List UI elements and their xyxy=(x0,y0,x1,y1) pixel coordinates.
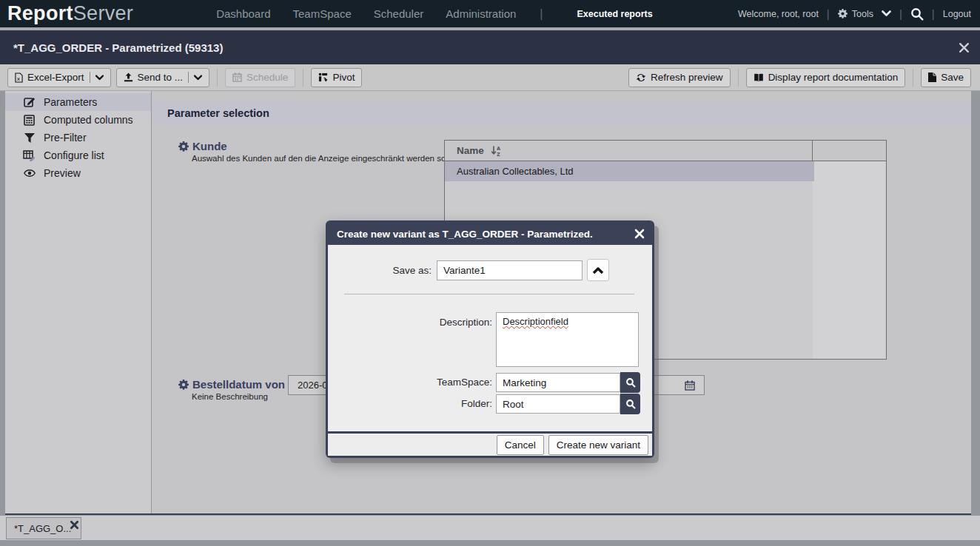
sidebar-item-label: Pre-Filter xyxy=(44,132,87,144)
toolbar-separator xyxy=(217,69,218,87)
parameter-kunde-head: Kunde xyxy=(178,140,449,152)
create-new-variant-button[interactable]: Create new variant xyxy=(548,435,648,455)
logo-light: Server xyxy=(73,2,133,24)
description-textarea[interactable]: Descriptionfield xyxy=(496,312,639,367)
nav-item-dashboard[interactable]: Dashboard xyxy=(216,7,270,20)
refresh-icon xyxy=(636,73,646,83)
folder-combo xyxy=(496,394,640,414)
teamspace-search-button[interactable] xyxy=(620,372,640,393)
save-as-input[interactable] xyxy=(437,260,583,280)
pivot-label: Pivot xyxy=(332,72,355,83)
folder-input[interactable] xyxy=(496,394,620,414)
app-header: ReportServer Dashboard TeamSpace Schedul… xyxy=(0,0,980,27)
gear-icon xyxy=(838,9,848,18)
close-icon[interactable] xyxy=(634,229,645,239)
parameter-bestelldatum-title: Bestelldatum von xyxy=(192,378,285,391)
table-row[interactable]: Australian Collectables, Ltd xyxy=(445,161,814,181)
parameter-bestelldatum-head: Bestelldatum von xyxy=(178,378,285,391)
sidebar-item-label: Computed columns xyxy=(44,114,133,126)
main-nav: Dashboard TeamSpace Scheduler Administra… xyxy=(216,7,652,21)
excel-export-icon: x xyxy=(15,73,23,83)
nav-item-executed-reports[interactable]: Executed reports xyxy=(577,9,653,19)
parameter-bestelldatum: Bestelldatum von Keine Beschreibung xyxy=(178,378,285,401)
parameter-kunde-description: Auswahl des Kunden auf den die Anzeige e… xyxy=(192,154,449,163)
folder-search-button[interactable] xyxy=(620,394,640,414)
sidebar-item-configure-list[interactable]: Configure list xyxy=(5,146,151,164)
calendar-icon[interactable] xyxy=(685,380,695,391)
button-split xyxy=(90,72,90,83)
sidebar-item-label: Preview xyxy=(44,167,81,179)
bottom-tabbar: *T_AGG_O... xyxy=(0,516,980,540)
parameter-kunde-title: Kunde xyxy=(192,140,227,152)
folder-label: Folder: xyxy=(328,398,492,409)
pre-filter-icon xyxy=(23,133,36,143)
create-variant-dialog: Create new variant as T_AGG_ORDER - Para… xyxy=(326,220,654,458)
gear-icon[interactable] xyxy=(178,380,189,390)
chevron-down-icon[interactable] xyxy=(882,10,891,17)
save-button[interactable]: Save xyxy=(921,68,971,87)
collapse-details-button[interactable] xyxy=(587,259,609,281)
refresh-preview-button[interactable]: Refresh preview xyxy=(628,68,731,87)
toolbar-separator xyxy=(303,69,303,87)
parameter-kunde: Kunde Auswahl des Kunden auf den die Anz… xyxy=(178,140,449,163)
sidebar-item-parameters[interactable]: Parameters xyxy=(5,93,151,111)
welcome-text: Welcome, root, root xyxy=(738,9,819,19)
logo-bold: Report xyxy=(7,2,73,24)
excel-export-button[interactable]: x Excel-Export xyxy=(7,68,111,87)
header-divider: | xyxy=(827,7,830,20)
teamspace-input[interactable] xyxy=(496,373,620,392)
nav-item-administration[interactable]: Administration xyxy=(446,7,516,20)
nav-divider: | xyxy=(540,7,543,21)
dialog-footer: Cancel Create new variant xyxy=(328,431,652,456)
preview-icon xyxy=(23,169,36,177)
dialog-titlebar: Create new variant as T_AGG_ORDER - Para… xyxy=(328,223,652,245)
sidebar-item-preview[interactable]: Preview xyxy=(5,164,151,182)
sidebar-item-computed-columns[interactable]: Computed columns xyxy=(5,111,151,129)
sidebar-item-pre-filter[interactable]: Pre-Filter xyxy=(5,129,151,146)
report-toolbar: x Excel-Export Send to ... Schedule xyxy=(0,64,980,91)
cancel-button[interactable]: Cancel xyxy=(497,435,544,455)
chevron-up-icon xyxy=(592,266,604,274)
toolbar-right-group: Refresh preview Display report documenta… xyxy=(628,68,971,87)
dialog-divider xyxy=(344,294,634,294)
chevron-down-icon[interactable] xyxy=(95,75,104,81)
toolbar-separator xyxy=(913,69,913,87)
logout-link[interactable]: Logout xyxy=(943,9,971,19)
schedule-label: Schedule xyxy=(246,72,288,83)
documentation-label: Display report documentation xyxy=(768,72,899,83)
report-tab[interactable]: *T_AGG_O... xyxy=(6,517,81,539)
pivot-icon xyxy=(318,73,328,82)
svg-text:x: x xyxy=(17,75,21,81)
reportserver-logo: ReportServer xyxy=(7,4,133,24)
description-label: Description: xyxy=(328,317,492,328)
close-icon[interactable] xyxy=(959,42,970,53)
send-to-label: Send to ... xyxy=(138,72,184,83)
pivot-button[interactable]: Pivot xyxy=(311,68,362,87)
computed-columns-icon xyxy=(23,115,36,126)
teamspace-label: TeamSpace: xyxy=(328,377,492,388)
tools-menu[interactable]: Tools xyxy=(838,9,873,19)
nav-item-teamspace[interactable]: TeamSpace xyxy=(293,7,352,20)
parameter-selection-header: Parameter selection xyxy=(152,101,971,124)
search-icon[interactable] xyxy=(910,7,924,21)
excel-export-label: Excel-Export xyxy=(27,72,84,83)
sidebar-item-label: Configure list xyxy=(44,149,104,161)
parameter-bestelldatum-description: Keine Beschreibung xyxy=(192,392,285,401)
table-column-header-name[interactable]: Name AZ xyxy=(445,141,886,161)
parameters-icon xyxy=(23,96,36,108)
display-documentation-button[interactable]: Display report documentation xyxy=(746,68,906,87)
column-header-label: Name xyxy=(457,145,484,156)
configure-list-icon xyxy=(23,150,36,161)
report-title: *T_AGG_ORDER - Parametrized (59313) xyxy=(13,41,223,54)
send-to-button[interactable]: Send to ... xyxy=(116,68,210,87)
chevron-down-icon[interactable] xyxy=(194,75,202,81)
close-icon[interactable] xyxy=(70,520,79,530)
gear-icon[interactable] xyxy=(178,141,189,152)
nav-item-scheduler[interactable]: Scheduler xyxy=(374,7,424,20)
dialog-title: Create new variant as T_AGG_ORDER - Para… xyxy=(337,229,593,240)
reportserver-app: ReportServer Dashboard TeamSpace Schedul… xyxy=(0,0,980,546)
report-titlebar: *T_AGG_ORDER - Parametrized (59313) xyxy=(0,30,980,64)
svg-text:Z: Z xyxy=(497,151,500,155)
schedule-button: Schedule xyxy=(225,68,295,87)
report-sidebar: Parameters Computed columns Pre-Filter C… xyxy=(5,91,152,513)
